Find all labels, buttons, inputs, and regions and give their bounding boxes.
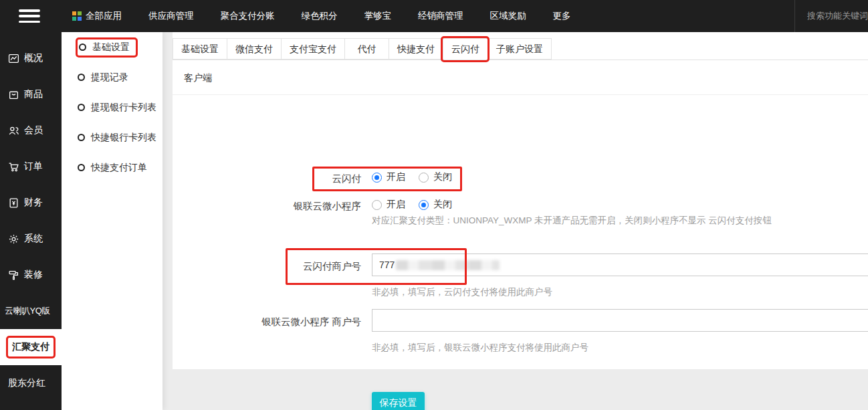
sidebar-item-huiju-pay[interactable]: 汇聚支付 bbox=[0, 329, 62, 365]
field-help-text: 对应汇聚支付类型：UNIONPAY_WXMP 未开通产品无需开启，关闭则小程序不… bbox=[372, 215, 772, 227]
nav-label: 聚合支付分账 bbox=[221, 10, 275, 22]
finance-icon bbox=[8, 197, 19, 209]
submenu-label: 基础设置 bbox=[92, 41, 130, 54]
tab-basic-settings[interactable]: 基础设置 bbox=[173, 38, 227, 60]
subtab-client[interactable]: 客户端 bbox=[184, 72, 212, 83]
tab-wechat-pay[interactable]: 微信支付 bbox=[227, 38, 281, 60]
nav-green-points[interactable]: 绿色积分 bbox=[302, 10, 338, 22]
sidebar-item-goods[interactable]: 商品 bbox=[0, 76, 62, 112]
nav-supplier-mgmt[interactable]: 供应商管理 bbox=[148, 10, 194, 22]
sidebar-item-label: 装修 bbox=[24, 269, 43, 281]
nav-label: 全部应用 bbox=[86, 10, 122, 22]
sidebar-item-label: 财务 bbox=[24, 197, 43, 209]
tab-alipay[interactable]: 支付宝支付 bbox=[281, 38, 344, 60]
tab-subaccount-settings[interactable]: 子账户设置 bbox=[487, 38, 552, 60]
circle-icon bbox=[78, 74, 85, 81]
nav-more[interactable]: 更多 bbox=[553, 10, 571, 22]
sidebar-item-label: 汇聚支付 bbox=[12, 341, 49, 353]
app-grid-icon bbox=[72, 11, 82, 21]
sidebar-item-shareholder-dividend[interactable]: 股东分红 bbox=[0, 365, 62, 401]
redaction-blur bbox=[396, 260, 500, 270]
merchant-no-value: 777 bbox=[379, 260, 395, 270]
save-settings-button[interactable]: 保存设置 bbox=[372, 392, 425, 410]
nav-label: 经销商管理 bbox=[418, 10, 463, 22]
tab-quick-pay[interactable]: 快捷支付 bbox=[389, 38, 443, 60]
chart-icon bbox=[8, 53, 19, 64]
main-panel: 基础设置 微信支付 支付宝支付 代付 快捷支付 云闪付 子账户设置 客户端 云闪… bbox=[173, 32, 868, 369]
tab-unionpay[interactable]: 云闪付 bbox=[443, 38, 487, 60]
field-label-unionpay: 云闪付 bbox=[173, 172, 361, 185]
radio-label: 开启 bbox=[387, 199, 405, 211]
merchant-no-input[interactable]: 777 bbox=[372, 253, 868, 276]
submenu-label: 提现记录 bbox=[91, 72, 128, 84]
sidebar-item-label: 商品 bbox=[24, 88, 43, 100]
sidebar-item-label: 系统 bbox=[24, 233, 43, 245]
nav-label: 绿色积分 bbox=[302, 10, 338, 22]
circle-icon bbox=[78, 164, 85, 171]
submenu-basic-settings[interactable]: 基础设置 bbox=[62, 32, 162, 62]
members-icon bbox=[8, 125, 19, 136]
circle-icon bbox=[79, 43, 86, 51]
circle-icon bbox=[78, 104, 85, 111]
goods-icon bbox=[8, 89, 19, 100]
sidebar-item-label: 会员 bbox=[24, 124, 43, 136]
nav-label: 供应商管理 bbox=[148, 10, 194, 22]
radio-label: 开启 bbox=[387, 171, 405, 183]
field-label-wxmp-merchant-no: 银联云微小程序 商户号 bbox=[173, 315, 361, 328]
search-placeholder: 搜索功能关键词 bbox=[807, 10, 868, 22]
annotation-box-huiju-pay: 汇聚支付 bbox=[8, 338, 53, 356]
nav-all-apps[interactable]: 全部应用 bbox=[72, 10, 122, 22]
field-help-text: 非必填，填写后，云闪付支付将使用此商户号 bbox=[372, 286, 552, 298]
settings-tabs: 基础设置 微信支付 支付宝支付 代付 快捷支付 云闪付 子账户设置 bbox=[173, 38, 868, 60]
radio-label: 关闭 bbox=[433, 199, 452, 211]
wxmp-merchant-no-input[interactable] bbox=[372, 309, 868, 332]
sidebar-item-label: 概况 bbox=[24, 52, 43, 64]
nav-label: 更多 bbox=[553, 10, 571, 22]
sidebar-item-label: 订单 bbox=[24, 161, 43, 173]
nav-zhanggoubao[interactable]: 掌够宝 bbox=[364, 10, 392, 22]
submenu-label: 快捷支付订单 bbox=[91, 162, 147, 174]
sidebar-item-decorate[interactable]: 装修 bbox=[0, 257, 62, 293]
submenu-withdraw-bankcard-list[interactable]: 提现银行卡列表 bbox=[62, 92, 162, 122]
primary-sidebar: 概况 商品 会员 订单 财务 系统 装修 云喇叭YQ版 汇聚支付 股东分红 bbox=[0, 32, 62, 410]
circle-icon bbox=[78, 134, 85, 141]
unionpay-radio-group: 开启 关闭 bbox=[372, 171, 452, 183]
sidebar-item-label: 股东分红 bbox=[8, 377, 45, 389]
hamburger-menu-icon[interactable] bbox=[19, 9, 40, 23]
submenu-withdraw-records[interactable]: 提现记录 bbox=[62, 62, 162, 92]
top-navigation-bar: 全部应用 供应商管理 聚合支付分账 绿色积分 掌够宝 经销商管理 区域奖励 更多… bbox=[0, 0, 868, 32]
annotation-box-basic-settings: 基础设置 bbox=[78, 39, 136, 56]
gear-icon bbox=[8, 233, 19, 245]
submenu-quickpay-bankcard-list[interactable]: 快捷银行卡列表 bbox=[62, 122, 162, 152]
sidebar-item-overview[interactable]: 概况 bbox=[0, 40, 62, 76]
submenu-quickpay-orders[interactable]: 快捷支付订单 bbox=[62, 152, 162, 183]
tab-daifu[interactable]: 代付 bbox=[344, 38, 389, 60]
radio-wxmp-on[interactable]: 开启 bbox=[372, 199, 405, 211]
client-subtab-row: 客户端 bbox=[173, 60, 868, 95]
radio-selected-icon bbox=[419, 200, 429, 210]
radio-wxmp-off[interactable]: 关闭 bbox=[419, 199, 452, 211]
paint-roller-icon bbox=[8, 270, 19, 281]
radio-unselected-icon bbox=[419, 173, 429, 183]
radio-unionpay-off[interactable]: 关闭 bbox=[419, 171, 452, 183]
radio-selected-icon bbox=[372, 173, 382, 183]
nav-region-reward[interactable]: 区域奖励 bbox=[490, 10, 526, 22]
secondary-sidebar: 基础设置 提现记录 提现银行卡列表 快捷银行卡列表 快捷支付订单 bbox=[62, 32, 162, 410]
field-label-merchant-no: 云闪付商户号 bbox=[173, 260, 361, 273]
nav-dealer-mgmt[interactable]: 经销商管理 bbox=[418, 10, 463, 22]
sidebar-item-members[interactable]: 会员 bbox=[0, 112, 62, 148]
wxmp-radio-group: 开启 关闭 bbox=[372, 199, 452, 211]
field-label-wxmp: 银联云微小程序 bbox=[173, 199, 361, 213]
search-icon bbox=[803, 11, 804, 21]
sidebar-item-orders[interactable]: 订单 bbox=[0, 148, 62, 185]
radio-unionpay-on[interactable]: 开启 bbox=[372, 171, 405, 183]
sidebar-item-label: 云喇叭YQ版 bbox=[5, 305, 50, 317]
nav-aggregate-pay-split[interactable]: 聚合支付分账 bbox=[221, 10, 275, 22]
field-help-text: 非必填，填写后，银联云微小程序支付将使用此商户号 bbox=[372, 342, 588, 354]
sidebar-item-system[interactable]: 系统 bbox=[0, 221, 62, 257]
unionpay-settings-form: 云闪付 开启 关闭 银联云微小程序 开启 关闭 对应汇聚支付类型：UNIO bbox=[173, 95, 868, 336]
sidebar-item-yunlaba-yq[interactable]: 云喇叭YQ版 bbox=[0, 293, 62, 329]
sidebar-item-finance[interactable]: 财务 bbox=[0, 185, 62, 221]
search-box[interactable]: 搜索功能关键词 bbox=[794, 0, 868, 32]
nav-label: 掌够宝 bbox=[364, 10, 392, 22]
